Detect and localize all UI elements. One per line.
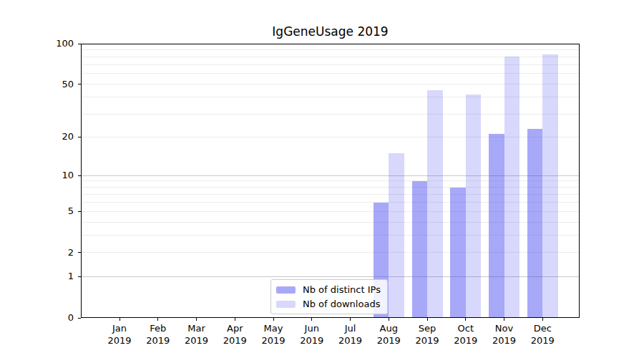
y-tick-label: 50 — [0, 79, 74, 90]
x-tick-month: Jan — [98, 322, 141, 334]
x-tick-year: 2019 — [291, 334, 333, 347]
x-tick-label: Mar2019 — [175, 322, 218, 347]
x-tick-mark — [273, 318, 274, 321]
x-tick-mark — [465, 318, 466, 321]
x-tick-year: 2019 — [252, 334, 295, 347]
legend-swatch-downloads — [276, 301, 296, 308]
x-tick-month: May — [252, 322, 295, 334]
y-tick-mark — [78, 211, 81, 212]
x-tick-month: Jun — [291, 322, 333, 334]
bar — [504, 57, 520, 318]
x-tick-label: Oct2019 — [444, 322, 487, 347]
bar — [427, 90, 443, 318]
y-tick-label: 1 — [0, 271, 74, 282]
legend-row: Nb of downloads — [276, 298, 381, 310]
bar — [489, 134, 504, 318]
x-tick-month: Mar — [175, 322, 218, 334]
x-tick-label: Jul2019 — [329, 322, 372, 347]
x-tick-month: Oct — [444, 322, 487, 334]
bar — [542, 54, 558, 318]
x-tick-label: Nov2019 — [483, 322, 526, 347]
x-tick-mark — [119, 318, 120, 321]
x-tick-label: Jan2019 — [98, 322, 141, 347]
x-tick-year: 2019 — [213, 334, 256, 347]
legend-row: Nb of distinct IPs — [276, 284, 381, 296]
figure: IgGeneUsage 2019 0125102050100Jan2019Feb… — [0, 0, 644, 358]
x-tick-label: May2019 — [252, 322, 295, 347]
x-tick-year: 2019 — [521, 334, 564, 347]
bar — [527, 129, 543, 318]
x-tick-month: Nov — [483, 322, 526, 334]
x-tick-month: Apr — [213, 322, 256, 334]
bar — [466, 95, 482, 318]
chart-title: IgGeneUsage 2019 — [81, 24, 580, 39]
x-tick-mark — [389, 318, 389, 321]
x-tick-month: Jul — [329, 322, 372, 334]
plot-area — [81, 44, 580, 318]
legend-swatch-distinct-ips — [276, 286, 296, 294]
y-tick-label: 20 — [0, 131, 74, 142]
x-tick-year: 2019 — [444, 334, 487, 347]
x-tick-label: Aug2019 — [367, 322, 410, 347]
bar — [389, 153, 404, 318]
x-tick-year: 2019 — [483, 334, 526, 347]
y-tick-mark — [78, 252, 81, 253]
y-tick-mark — [78, 44, 81, 44]
x-tick-label: Sep2019 — [406, 322, 449, 347]
x-tick-year: 2019 — [175, 334, 218, 347]
minor-gridline — [81, 49, 580, 50]
y-tick-mark — [78, 84, 81, 84]
y-tick-label: 100 — [0, 38, 74, 49]
y-tick-mark — [78, 137, 81, 137]
x-tick-month: Sep — [406, 322, 449, 334]
bar — [412, 181, 428, 318]
major-gridline — [81, 44, 580, 44]
x-tick-label: Dec2019 — [521, 322, 564, 347]
y-tick-label: 2 — [0, 247, 74, 258]
x-tick-month: Dec — [521, 322, 564, 334]
x-tick-year: 2019 — [406, 334, 449, 347]
x-tick-mark — [196, 318, 197, 321]
y-tick-label: 5 — [0, 205, 74, 217]
x-tick-mark — [350, 318, 351, 321]
bar — [450, 188, 466, 318]
x-tick-label: Jun2019 — [291, 322, 333, 347]
y-tick-label: 10 — [0, 170, 74, 181]
y-tick-mark — [78, 276, 81, 277]
legend: Nb of distinct IPs Nb of downloads — [270, 279, 388, 314]
legend-label-downloads: Nb of downloads — [303, 299, 380, 309]
x-tick-label: Feb2019 — [137, 322, 180, 347]
x-tick-mark — [157, 318, 158, 321]
x-tick-mark — [542, 318, 543, 321]
x-tick-label: Apr2019 — [213, 322, 256, 347]
x-tick-mark — [504, 318, 504, 321]
x-tick-mark — [311, 318, 312, 321]
y-tick-mark — [78, 318, 81, 319]
x-tick-month: Feb — [137, 322, 180, 334]
x-tick-year: 2019 — [329, 334, 372, 347]
x-tick-year: 2019 — [367, 334, 410, 347]
y-tick-label: 0 — [0, 312, 74, 324]
x-tick-year: 2019 — [137, 334, 180, 347]
y-tick-mark — [78, 175, 81, 176]
x-tick-month: Aug — [367, 322, 410, 334]
legend-label-distinct-ips: Nb of distinct IPs — [303, 284, 381, 295]
x-tick-year: 2019 — [98, 334, 141, 347]
x-tick-mark — [235, 318, 235, 321]
x-tick-mark — [427, 318, 428, 321]
